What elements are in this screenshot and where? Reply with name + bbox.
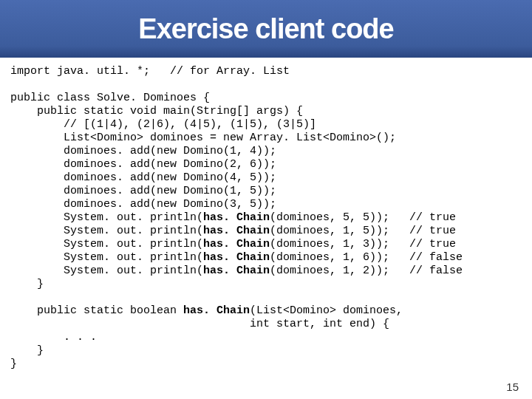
code-bold: has. Chain [203, 238, 270, 250]
code-line: System. out. println( [10, 238, 203, 250]
code-line: (dominoes, 1, 5)); // true [270, 225, 456, 237]
code-line: List<Domino> dominoes = new Array. List<… [10, 132, 396, 144]
code-line: (dominoes, 1, 3)); // true [270, 238, 456, 250]
code-comment: // for Array. List [170, 65, 290, 78]
code-line: (dominoes, 1, 6)); // false [270, 251, 463, 264]
slide-title: Exercise client code [138, 13, 393, 45]
code-line: dominoes. add(new Domino(2, 6)); [10, 158, 276, 171]
code-bold: has. Chain [203, 265, 270, 277]
code-line: int start, int end) { [10, 318, 389, 330]
code-line: (dominoes, 5, 5)); // true [270, 211, 456, 224]
code-line: public static void main(String[] args) { [10, 105, 303, 117]
code-bold: has. Chain [183, 304, 250, 317]
code-line: } [10, 344, 44, 357]
page-number: 15 [506, 381, 519, 393]
code-line: System. out. println( [10, 251, 203, 264]
code-line: dominoes. add(new Domino(3, 5)); [10, 198, 276, 211]
code-line: . . . [10, 331, 97, 344]
code-bold: has. Chain [203, 225, 270, 237]
code-line: import java. util. *; [10, 65, 170, 78]
code-comment: // [(1|4), (2|6), (4|5), (1|5), (3|5)] [10, 118, 316, 131]
slide-header: Exercise client code [0, 0, 532, 58]
code-line: dominoes. add(new Domino(1, 5)); [10, 185, 276, 197]
code-block: import java. util. *; // for Array. List… [0, 58, 532, 371]
code-line: dominoes. add(new Domino(1, 4)); [10, 145, 276, 157]
code-line: } [10, 278, 44, 290]
code-bold: has. Chain [203, 251, 270, 264]
code-line: System. out. println( [10, 265, 203, 277]
code-bold: has. Chain [203, 211, 270, 224]
code-line: (dominoes, 1, 2)); // false [270, 265, 463, 277]
code-line: public static boolean [10, 304, 183, 317]
code-line: (List<Domino> dominoes, [250, 304, 403, 317]
code-line: } [10, 358, 17, 370]
code-line: public class Solve. Dominoes { [10, 92, 210, 104]
code-line: dominoes. add(new Domino(4, 5)); [10, 171, 276, 184]
code-line: System. out. println( [10, 225, 203, 237]
code-line: System. out. println( [10, 211, 203, 224]
